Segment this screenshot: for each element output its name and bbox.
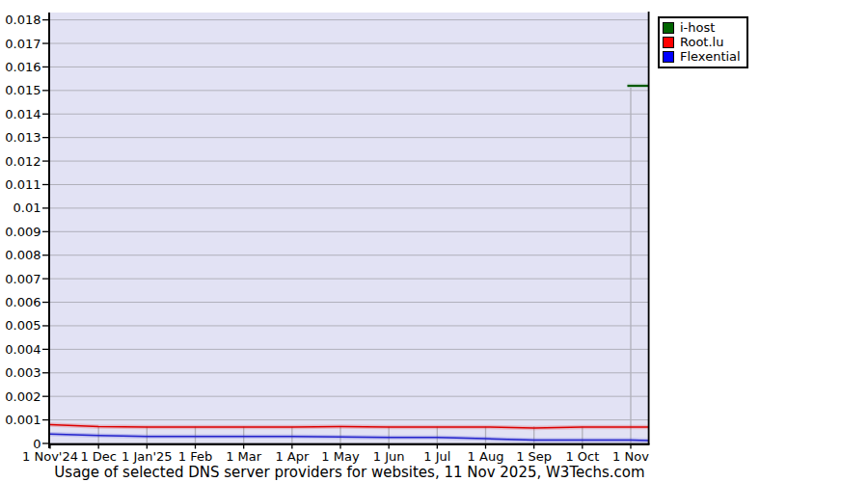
legend-swatch-flexential [663,51,674,63]
y-tick-label: 0.014 [5,107,41,121]
legend-swatch-root-lu [663,37,674,48]
y-tick-label: 0.003 [5,365,41,380]
legend-swatch-i-host [663,22,674,34]
y-tick-label: 0.004 [5,342,41,357]
y-tick-label: 0.007 [5,272,41,286]
legend-item-i-host: i-host [663,20,741,35]
y-tick-label: 0.008 [5,248,41,262]
x-tick-label: 1 Feb [178,449,212,464]
y-tick-label: 0.016 [5,60,41,74]
legend-label-i-host: i-host [680,20,715,35]
y-tick-label: 0.01 [14,201,41,215]
x-tick-label: 1 Aug [468,449,504,464]
x-tick-label: 1 Nov'24 [22,449,78,464]
y-tick-label: 0.002 [5,389,41,404]
usage-chart: 0.0180.0170.0160.0150.0140.0130.0120.011… [0,0,868,482]
y-tick-label: 0.001 [5,413,41,427]
x-tick-label: 1 Jul [423,449,450,464]
x-tick-label: 1 Oct [565,449,599,464]
y-tick-label: 0.005 [5,318,41,333]
chart-container: 0.0180.0170.0160.0150.0140.0130.0120.011… [0,0,868,482]
y-tick-label: 0.013 [5,130,41,145]
legend-item-flexential: Flexential [663,49,741,64]
y-tick-label: 0.006 [5,295,41,309]
x-tick-label: 1 Mar [226,449,262,464]
y-tick-label: 0.011 [5,177,41,192]
y-tick-label: 0.017 [5,37,41,51]
legend-label-root-lu: Root.lu [680,35,723,49]
x-tick-label: 1 Jan'25 [122,449,173,464]
x-tick-label: 1 Apr [275,449,310,464]
x-tick-label: 1 Jun [373,449,405,464]
chart-legend: i-hostRoot.luFlexential [658,16,748,68]
y-tick-label: 0.012 [5,154,41,169]
chart-title: Usage of selected DNS server providers f… [50,464,649,481]
y-tick-label: 0.015 [5,83,41,97]
legend-label-flexential: Flexential [680,49,741,64]
x-tick-label: 1 Dec [80,449,117,464]
y-tick-label: 0.009 [5,225,41,239]
x-tick-label: 1 Nov [612,449,649,464]
legend-item-root-lu: Root.lu [663,35,741,49]
plot-background [50,13,649,443]
x-tick-label: 1 Sep [516,449,552,464]
y-tick-label: 0.018 [5,13,41,27]
x-tick-label: 1 May [321,449,360,464]
